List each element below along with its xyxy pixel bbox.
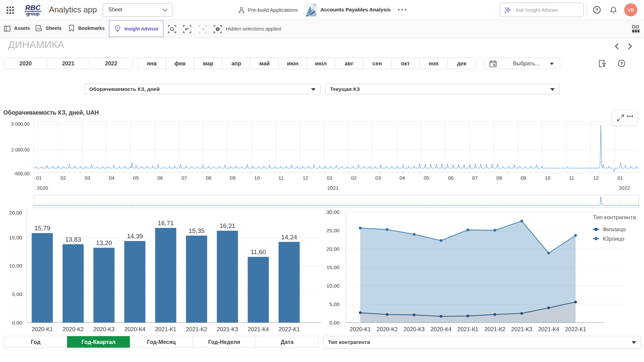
svg-text:2020-К1: 2020-К1 (350, 326, 371, 333)
svg-text:2021-К2: 2021-К2 (484, 326, 505, 333)
svg-text:Тип контрагента: Тип контрагента (593, 214, 636, 221)
svg-text:2021-К4: 2021-К4 (538, 326, 559, 333)
svg-text:2022-К1: 2022-К1 (565, 326, 586, 333)
svg-text:2020-К3: 2020-К3 (404, 326, 425, 333)
svg-text:2021-К3: 2021-К3 (511, 326, 532, 333)
svg-text:25,00: 25,00 (326, 228, 339, 233)
svg-text:15,00: 15,00 (326, 264, 339, 270)
svg-text:30,00: 30,00 (326, 209, 339, 215)
svg-text:20,00: 20,00 (326, 246, 339, 252)
svg-text:2020-К2: 2020-К2 (377, 326, 398, 333)
svg-text:0,00: 0,00 (329, 320, 340, 325)
svg-text:2021-К1: 2021-К1 (458, 326, 479, 333)
svg-text:2020-К4: 2020-К4 (430, 326, 451, 333)
svg-text:Физлицо: Физлицо (603, 226, 626, 233)
svg-text:Юрлицо: Юрлицо (603, 236, 624, 242)
svg-text:10,00: 10,00 (326, 283, 339, 289)
svg-text:5,00: 5,00 (329, 301, 340, 307)
